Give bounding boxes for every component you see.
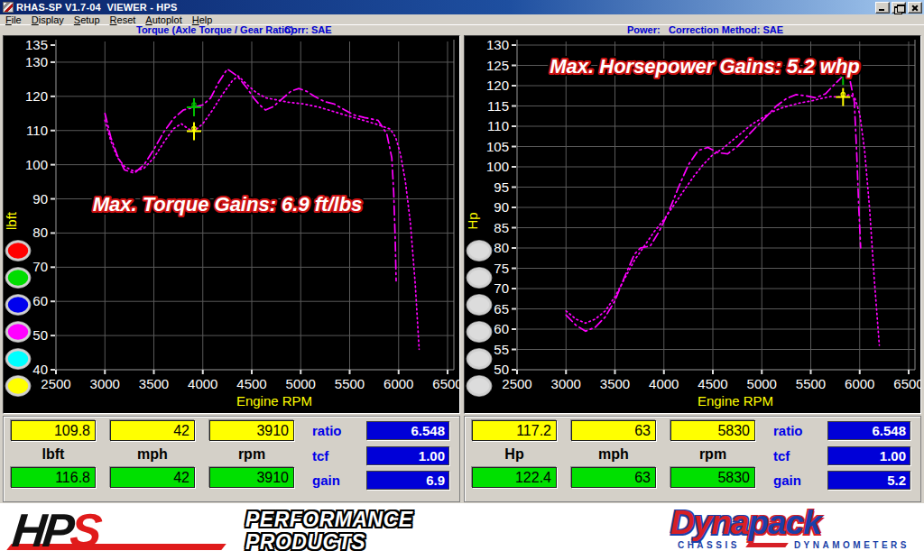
modified-rpm-value: 3910 — [209, 467, 294, 488]
menu-setup[interactable]: Setup — [74, 14, 100, 25]
y-tick-label: 50 — [32, 327, 48, 343]
hps-logo-s: S — [68, 504, 101, 556]
swatch-trace-button-5[interactable] — [467, 349, 492, 370]
modified-speed-value: 63 — [571, 467, 656, 488]
hps-logo: HPS — [13, 505, 238, 557]
y-tick-label: 120 — [25, 88, 48, 104]
window-title: RHAS-SP V1.7-04 VIEWER - HPS — [16, 2, 873, 13]
rpm-unit-label: rpm — [209, 446, 294, 463]
dynapack-logo-pack: pack — [748, 504, 820, 541]
gain-value: 6.9 — [366, 471, 449, 490]
menu-reset[interactable]: Reset — [110, 14, 136, 25]
torque-readout-panel: 109.8 42 3910 lbft mph rpm 116.8 42 3910… — [3, 416, 460, 502]
dynapack-logo: Dynapack CHASSIS DYNAMOMETERS — [670, 507, 910, 550]
dynapack-sub-dynamometers: DYNAMOMETERS — [794, 540, 910, 550]
menu-file[interactable]: File — [5, 14, 22, 25]
ratio-label: ratio — [773, 423, 803, 438]
x-tick-label: 3000 — [551, 376, 581, 391]
swatch-yellow[interactable] — [5, 376, 31, 397]
power-unit-label: Hp — [472, 446, 557, 463]
y-tick-label: 120 — [486, 78, 509, 93]
app-icon — [3, 2, 14, 13]
menu-autoplot[interactable]: Autoplot — [145, 14, 181, 25]
dynapack-sub-chassis: CHASSIS — [678, 540, 740, 550]
speed-unit-label: mph — [571, 446, 656, 463]
close-button[interactable] — [908, 2, 922, 14]
swatch-trace-button-1[interactable] — [467, 241, 492, 262]
charts-row: 1351301201101009080706050402500300035004… — [0, 35, 924, 414]
swatch-blue[interactable] — [5, 295, 31, 316]
y-tick-label: 90 — [32, 191, 48, 207]
y-axis-title: lbft — [4, 211, 19, 230]
swatch-trace-button-2[interactable] — [467, 268, 492, 289]
modified-rpm-value: 5830 — [670, 467, 755, 488]
baseline-power-curve — [566, 95, 879, 345]
torque-chart: 1351301201101009080706050402500300035004… — [4, 36, 459, 413]
x-tick-label: 6000 — [383, 376, 413, 391]
torque-panel-header: Torque (Axle Torque / Gear Ratio): Corr:… — [3, 25, 460, 35]
hps-tagline-line2: PRODUCTS — [245, 531, 413, 554]
baseline-rpm-value: 5830 — [670, 420, 755, 441]
y-tick-label: 65 — [494, 301, 509, 317]
modified-power-curve — [566, 76, 861, 331]
baseline-torque-value: 109.8 — [11, 420, 96, 441]
x-tick-label: 6500 — [893, 376, 920, 391]
dynapack-swoosh — [745, 543, 789, 547]
x-tick-label: 6000 — [845, 376, 874, 391]
y-tick-label: 110 — [26, 123, 48, 138]
swatch-trace-button-3[interactable] — [467, 295, 492, 316]
y-tick-label: 100 — [25, 157, 48, 172]
x-axis-title: Engine RPM — [698, 393, 773, 409]
baseline-cursor-marker — [836, 88, 850, 106]
swatch-green[interactable] — [5, 268, 31, 289]
y-tick-label: 110 — [487, 118, 509, 133]
y-tick-label: 100 — [486, 159, 509, 174]
baseline-rpm-value: 3910 — [209, 420, 294, 441]
swatch-trace-button-4[interactable] — [467, 322, 492, 343]
y-tick-label: 115 — [487, 98, 509, 114]
y-tick-label: 50 — [494, 362, 509, 377]
panel-headers-row: Torque (Axle Torque / Gear Ratio): Corr:… — [0, 25, 924, 35]
power-readout-panel: 117.2 63 5830 Hp mph rpm 122.4 63 5830 r… — [464, 416, 921, 502]
y-tick-label: 135 — [25, 37, 48, 52]
power-chart: 1301251201151101051009590858075706560555… — [465, 36, 920, 413]
swatch-red[interactable] — [5, 241, 31, 262]
tcf-label: tcf — [773, 448, 790, 464]
torque-header-correction: Corr: SAE — [284, 24, 332, 35]
swatch-cyan[interactable] — [5, 349, 31, 370]
modified-power-value: 122.4 — [472, 467, 557, 488]
ratio-value: 6.548 — [827, 421, 910, 440]
x-tick-label: 6500 — [432, 376, 459, 391]
dynapack-logo-dyna: Dyna — [670, 504, 748, 541]
x-tick-label: 2500 — [502, 376, 531, 391]
y-tick-label: 60 — [32, 293, 48, 308]
tcf-label: tcf — [312, 448, 328, 464]
y-tick-label: 55 — [494, 342, 509, 357]
y-tick-label: 85 — [494, 220, 509, 235]
x-tick-label: 4000 — [188, 376, 217, 391]
y-tick-label: 40 — [32, 362, 48, 377]
menu-help[interactable]: Help — [192, 14, 213, 25]
x-tick-label: 4500 — [698, 376, 727, 391]
y-tick-label: 90 — [494, 199, 509, 215]
y-tick-label: 70 — [494, 280, 509, 296]
menu-display[interactable]: Display — [32, 14, 64, 25]
restore-button[interactable] — [892, 2, 906, 14]
minimize-button[interactable] — [875, 2, 890, 14]
ratio-label: ratio — [312, 423, 342, 438]
y-axis-title: Hp — [465, 212, 480, 229]
branding-strip: HPS PERFORMANCE PRODUCTS Dynapack CHASSI… — [0, 503, 924, 560]
baseline-power-value: 117.2 — [472, 420, 557, 441]
speed-unit-label: mph — [110, 446, 195, 463]
power-chart-panel: 1301251201151101051009590858075706560555… — [464, 35, 921, 414]
gain-label: gain — [773, 473, 801, 488]
modified-torque-curve — [105, 69, 396, 281]
tcf-value: 1.00 — [827, 446, 910, 465]
y-tick-label: 95 — [494, 179, 509, 195]
hps-tagline-line1: PERFORMANCE — [245, 509, 413, 531]
y-tick-label: 130 — [486, 37, 509, 52]
y-tick-label: 105 — [486, 139, 509, 154]
swatch-magenta[interactable] — [5, 322, 31, 343]
torque-unit-label: lbft — [11, 446, 96, 463]
swatch-trace-button-6[interactable] — [467, 376, 492, 397]
